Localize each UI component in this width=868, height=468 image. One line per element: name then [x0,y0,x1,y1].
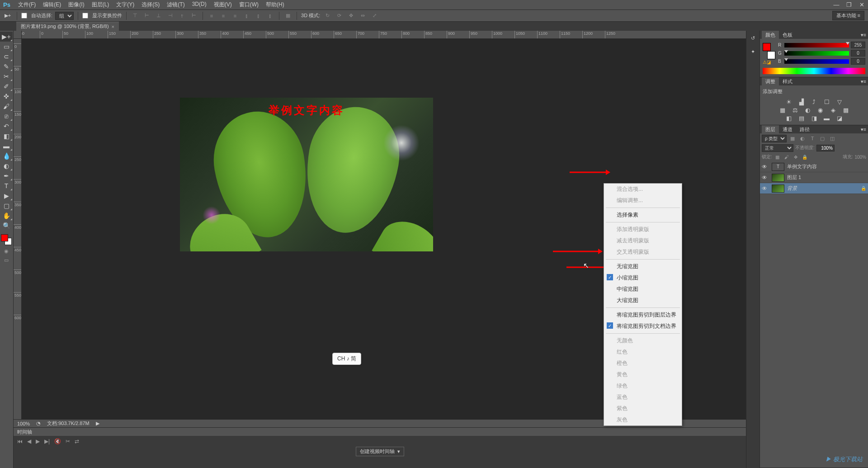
shape-tool[interactable]: ▢ [0,201,13,211]
levels-icon[interactable]: ▟ [797,98,807,106]
tab-color[interactable]: 颜色 [762,31,779,39]
eraser-tool[interactable]: ◧ [0,131,13,141]
lasso-tool[interactable]: ⊂ [0,52,13,61]
channel-mixer-icon[interactable]: ◈ [828,106,838,114]
tab-layers[interactable]: 图层 [762,125,779,134]
document-tab[interactable]: 图片素材19.png @ 100% (背景, RGB/8) × [16,22,119,31]
layer-thumbnail[interactable] [772,174,784,182]
crop-tool[interactable]: ✂ [0,71,13,81]
menu-item[interactable]: 选择(S) [138,0,163,10]
lock-all-icon[interactable]: 🔒 [801,153,808,161]
stamp-tool[interactable]: ⎚ [0,111,13,121]
distribute-left-icon[interactable]: ⫿ [242,11,251,20]
timeline-first-frame[interactable]: ⏮ [17,438,23,444]
filter-smart-icon[interactable]: ◫ [828,135,836,142]
dodge-tool[interactable]: ◐ [0,161,13,171]
align-right-icon[interactable]: ⊢ [189,11,198,20]
layer-thumbnail[interactable]: T [772,163,784,171]
hue-icon[interactable]: ▦ [778,106,788,114]
blue-slider[interactable] [784,59,849,64]
timeline-cut[interactable]: ✂ [66,438,70,444]
green-slider[interactable] [784,51,849,56]
minimize-button[interactable]: — [830,0,843,9]
create-video-timeline-button[interactable]: 创建视频时间轴▾ [356,447,404,456]
filter-shape-icon[interactable]: ▢ [818,135,826,142]
tab-styles[interactable]: 样式 [779,77,796,86]
color-lookup-icon[interactable]: ▩ [841,106,851,114]
color-swatches[interactable] [0,233,13,246]
workspace-selector[interactable]: 基本功能 ≡ [832,11,864,20]
history-panel-icon[interactable]: ↺ [747,33,758,43]
quick-mask-icon[interactable]: ◉ [0,247,13,255]
exposure-icon[interactable]: ☐ [822,98,832,106]
context-menu-item[interactable]: 中缩览图 [604,284,682,295]
blur-tool[interactable]: 💧 [0,151,13,161]
distribute-vcenter-icon[interactable]: ≡ [219,11,228,20]
3d-roll-icon[interactable]: ⟳ [335,11,344,20]
visibility-icon[interactable]: 👁 [762,175,769,181]
layer-filter-kind[interactable]: ρ 类型 [762,135,787,142]
threshold-icon[interactable]: ◨ [809,114,819,122]
path-select-tool[interactable]: ▶ [0,191,13,201]
status-arrow[interactable]: ▶ [96,421,99,426]
maximize-button[interactable]: ❐ [843,0,855,9]
menu-item[interactable]: 文件(F) [14,0,39,10]
distribute-right-icon[interactable]: ⫿ [266,11,275,20]
close-tab-icon[interactable]: × [112,24,114,29]
menu-item[interactable]: 编辑(E) [39,0,65,10]
layer-row[interactable]: 👁图层 1 [760,172,868,183]
auto-select-checkbox[interactable] [21,13,27,19]
context-menu-item[interactable]: ✓小缩览图 [604,272,682,284]
align-hcenter-icon[interactable]: ⫯ [178,11,187,20]
foreground-color[interactable] [1,234,8,241]
fill-value[interactable]: 100% [854,155,866,160]
opacity-value[interactable]: 100% [816,145,835,151]
photo-filter-icon[interactable]: ◉ [816,106,826,114]
lock-transparency-icon[interactable]: ▦ [774,153,781,161]
properties-panel-icon[interactable]: ✦ [747,46,758,57]
color-panel-menu[interactable]: ▾≡ [861,32,866,38]
layer-row[interactable]: 👁背景🔒 [760,183,868,194]
gradient-tool[interactable]: ▬ [0,141,13,151]
tab-swatches[interactable]: 色板 [779,31,796,39]
red-slider[interactable] [784,43,849,47]
green-value[interactable]: 0 [851,50,865,57]
pen-tool[interactable]: ✒ [0,171,13,181]
distribute-bottom-icon[interactable]: ≡ [231,11,240,20]
distribute-top-icon[interactable]: ≡ [207,11,216,20]
color-swatch-pair[interactable]: ⚠◪ [763,43,775,65]
filter-adjust-icon[interactable]: ◐ [798,135,807,142]
visibility-icon[interactable]: 👁 [762,164,769,170]
blend-mode-select[interactable]: 正常 [762,144,793,152]
tab-adjustments[interactable]: 调整 [762,77,779,86]
timeline-audio[interactable]: 🔇 [54,438,61,444]
timeline-next-frame[interactable]: ▶| [44,438,50,444]
adjustments-panel-menu[interactable]: ▾≡ [861,79,866,85]
menu-item[interactable]: 帮助(H) [262,0,288,10]
align-top-icon[interactable]: ⊤ [131,11,140,20]
timeline-tab[interactable]: 时间轴 [14,428,746,436]
menu-item[interactable]: 3D(D) [189,0,210,10]
layer-name[interactable]: 背景 [787,185,858,192]
show-transform-checkbox[interactable] [82,13,88,19]
context-menu-item[interactable]: 将缩览图剪切到图层边界 [604,309,682,321]
menu-item[interactable]: 视图(V) [210,0,236,10]
align-left-icon[interactable]: ⊣ [166,11,175,20]
context-menu-item[interactable]: ✓将缩览图剪切到文档边界 [604,321,682,332]
gradient-map-icon[interactable]: ▬ [822,114,832,122]
brightness-icon[interactable]: ☀ [784,98,794,106]
align-vcenter-icon[interactable]: ⊢ [142,11,151,20]
healing-tool[interactable]: ✜ [0,91,13,101]
lock-pixels-icon[interactable]: 🖌 [783,153,790,161]
blue-value[interactable]: 0 [851,58,865,65]
bw-icon[interactable]: ◐ [803,106,813,114]
screen-mode-icon[interactable]: ▭ [0,256,13,264]
menu-item[interactable]: 文字(Y) [113,0,138,10]
menu-item[interactable]: 图层(L) [88,0,113,10]
3d-pan-icon[interactable]: ✥ [346,11,355,20]
quick-select-tool[interactable]: ✎ [0,61,13,71]
color-balance-icon[interactable]: ⚖ [790,106,800,114]
context-menu-item[interactable]: 无缩览图 [604,261,682,272]
timeline-prev-frame[interactable]: ◀ [27,438,31,444]
brush-tool[interactable]: 🖌 [0,101,13,111]
